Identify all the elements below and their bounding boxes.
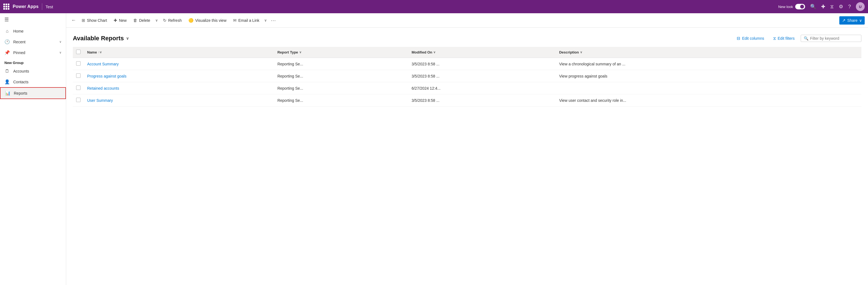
email-icon: ✉ <box>233 18 237 23</box>
help-icon[interactable]: ? <box>848 4 851 10</box>
view-title: Available Reports ∨ <box>73 35 129 42</box>
col-modified-on-label: Modified On <box>411 50 432 54</box>
add-icon[interactable]: ✚ <box>821 4 825 10</box>
row-name-link-3[interactable]: User Summary <box>87 98 113 103</box>
show-chart-button[interactable]: ⊞ Show Chart <box>79 16 110 25</box>
sidebar-reports-label: Reports <box>14 91 61 95</box>
sidebar-accounts-label: Accounts <box>13 69 62 73</box>
visualize-icon: 🟡 <box>188 18 194 23</box>
filter-search-icon: 🔍 <box>804 36 808 40</box>
share-icon: ↗ <box>842 18 846 23</box>
sidebar-section-new-group: New Group <box>0 58 66 66</box>
email-label: Email a Link <box>238 18 259 23</box>
sidebar: ☰ ⌂ Home 🕐 Recent ∨ 📌 Pinned ∨ New Group… <box>0 13 66 285</box>
edit-filters-label: Edit filters <box>778 36 795 40</box>
col-description-label: Description <box>559 50 579 54</box>
row-modified-on-2: 6/27/2024 12:4... <box>408 82 556 94</box>
select-all-col <box>73 47 84 58</box>
topbar-separator <box>42 3 42 10</box>
row-report-type-2: Reporting Se... <box>274 82 408 94</box>
share-button[interactable]: ↗ Share ∨ <box>839 16 865 25</box>
delete-label: Delete <box>139 18 150 23</box>
email-link-button[interactable]: ✉ Email a Link <box>230 16 262 25</box>
topbar: Power Apps Test New look 🔍 ✚ ⧖ ⚙ ? U <box>0 0 868 13</box>
row-checkbox-3[interactable] <box>76 98 81 102</box>
edit-filters-button[interactable]: ⧖ Edit filters <box>770 34 797 42</box>
accounts-icon: 🗒 <box>4 69 10 74</box>
new-label: New <box>119 18 127 23</box>
row-name-link-2[interactable]: Retained accounts <box>87 86 119 91</box>
sidebar-home-label: Home <box>13 29 62 33</box>
sidebar-contacts-label: Contacts <box>13 80 62 84</box>
new-look-label: New look <box>778 5 793 9</box>
app-logo: Power Apps <box>13 4 39 9</box>
waffle-icon[interactable] <box>3 4 9 10</box>
sidebar-item-reports[interactable]: 📊 Reports <box>0 87 66 99</box>
row-modified-on-1: 3/5/2023 8:58 ... <box>408 70 556 82</box>
row-checkbox-0[interactable] <box>76 61 81 66</box>
search-icon[interactable]: 🔍 <box>810 4 816 10</box>
app-name: Test <box>45 4 53 9</box>
table-row: Retained accounts Reporting Se... 6/27/2… <box>73 82 861 94</box>
toolbar: ← ⊞ Show Chart ✚ New 🗑 Delete ∨ ↻ Refres… <box>66 13 868 28</box>
new-button[interactable]: ✚ New <box>111 16 129 25</box>
col-description-sort-icon[interactable]: ∨ <box>580 51 582 54</box>
refresh-button[interactable]: ↻ Refresh <box>160 16 185 25</box>
contacts-icon: 👤 <box>4 79 10 85</box>
table-body: Account Summary Reporting Se... 3/5/2023… <box>73 58 861 106</box>
view-title-chevron-icon[interactable]: ∨ <box>126 36 129 40</box>
email-chevron-button[interactable]: ∨ <box>263 17 268 24</box>
row-check-cell-1 <box>73 70 84 82</box>
new-look-switch[interactable] <box>795 4 805 9</box>
sidebar-item-recent[interactable]: 🕐 Recent ∨ <box>0 36 66 47</box>
row-checkbox-1[interactable] <box>76 73 81 78</box>
reports-area: Available Reports ∨ ⊟ Edit columns ⧖ Edi… <box>66 28 868 285</box>
sidebar-recent-label: Recent <box>13 40 56 44</box>
show-chart-label: Show Chart <box>87 18 107 23</box>
col-modified-on-sort-icon[interactable]: ∨ <box>433 51 436 54</box>
row-description-3: View user contact and security role in..… <box>556 94 861 106</box>
edit-columns-label: Edit columns <box>742 36 764 40</box>
delete-chevron-button[interactable]: ∨ <box>154 17 159 24</box>
row-checkbox-2[interactable] <box>76 86 81 90</box>
back-button[interactable]: ← <box>69 16 78 25</box>
filter-search[interactable]: 🔍 <box>801 35 861 42</box>
visualize-button[interactable]: 🟡 Visualize this view <box>186 16 229 25</box>
sidebar-pinned-label: Pinned <box>13 51 56 55</box>
refresh-label: Refresh <box>168 18 182 23</box>
col-report-type-sort-icon[interactable]: ∨ <box>299 51 302 54</box>
edit-columns-button[interactable]: ⊟ Edit columns <box>734 34 767 42</box>
visualize-label: Visualize this view <box>195 18 226 23</box>
filter-icon[interactable]: ⧖ <box>830 4 834 10</box>
row-report-type-3: Reporting Se... <box>274 94 408 106</box>
new-look-toggle[interactable]: New look <box>778 4 805 9</box>
table-row: Progress against goals Reporting Se... 3… <box>73 70 861 82</box>
sidebar-item-accounts[interactable]: 🗒 Accounts <box>0 66 66 76</box>
hamburger-button[interactable]: ☰ <box>0 13 66 26</box>
col-name: Name ↑∨ <box>84 47 274 58</box>
avatar[interactable]: U <box>856 2 865 11</box>
settings-icon[interactable]: ⚙ <box>839 4 843 10</box>
show-chart-icon: ⊞ <box>82 18 85 23</box>
share-chevron-icon: ∨ <box>859 18 862 23</box>
row-name-link-0[interactable]: Account Summary <box>87 62 119 66</box>
row-name-link-1[interactable]: Progress against goals <box>87 74 126 78</box>
table-row: Account Summary Reporting Se... 3/5/2023… <box>73 58 861 70</box>
sidebar-item-pinned[interactable]: 📌 Pinned ∨ <box>0 47 66 58</box>
row-report-type-1: Reporting Se... <box>274 70 408 82</box>
reports-table: Name ↑∨ Report Type ∨ Mo <box>73 47 861 106</box>
filter-keyword-input[interactable] <box>810 36 858 40</box>
row-description-0: View a chronological summary of an ... <box>556 58 861 70</box>
sidebar-item-home[interactable]: ⌂ Home <box>0 26 66 36</box>
row-name-0: Account Summary <box>84 58 274 70</box>
sidebar-item-contacts[interactable]: 👤 Contacts <box>0 76 66 87</box>
main-layout: ☰ ⌂ Home 🕐 Recent ∨ 📌 Pinned ∨ New Group… <box>0 13 868 285</box>
pinned-chevron-icon: ∨ <box>59 51 62 54</box>
more-button[interactable]: ⋯ <box>269 16 277 25</box>
toggle-knob <box>800 5 804 8</box>
table-header: Name ↑∨ Report Type ∨ Mo <box>73 47 861 58</box>
select-all-checkbox[interactable] <box>76 50 81 54</box>
col-name-sort-icon[interactable]: ↑∨ <box>98 51 102 54</box>
delete-button[interactable]: 🗑 Delete <box>130 16 153 24</box>
topbar-right: New look 🔍 ✚ ⧖ ⚙ ? U <box>778 2 865 11</box>
